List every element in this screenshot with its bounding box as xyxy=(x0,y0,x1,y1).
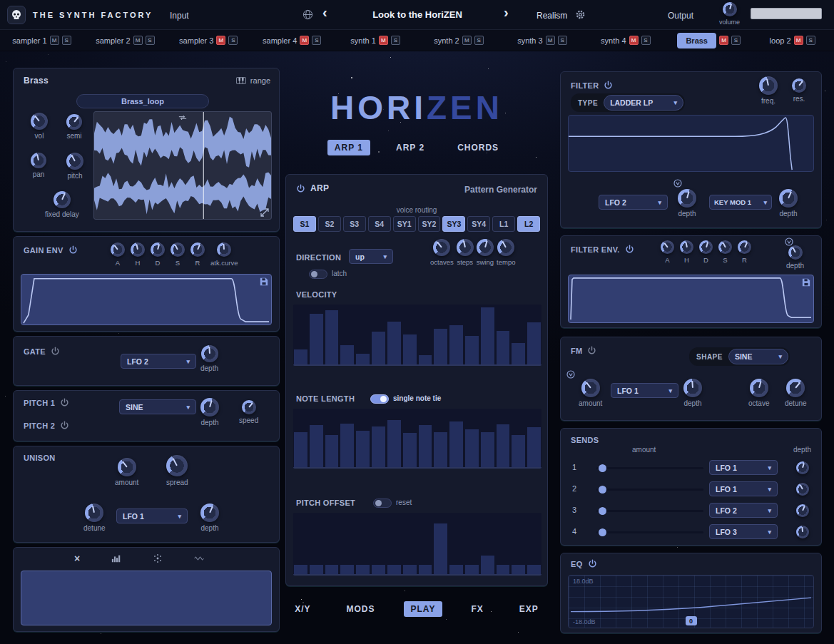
filter-env-display[interactable] xyxy=(568,275,814,323)
view-tab[interactable]: MODS xyxy=(340,601,382,617)
voice-button[interactable]: SY3 xyxy=(442,216,465,232)
gate-power-icon[interactable] xyxy=(51,347,60,356)
send-amount-slider[interactable] xyxy=(596,489,703,491)
page-tab[interactable]: ARP 1 xyxy=(327,140,370,155)
send-depth-knob[interactable] xyxy=(796,483,809,496)
gain-env-knobs[interactable]: AHDSRatk.curve xyxy=(111,242,238,267)
arp-power-icon[interactable] xyxy=(296,184,305,193)
pitch2-power-icon[interactable] xyxy=(60,421,69,430)
send-source-dropdown[interactable]: LFO 1▾ xyxy=(709,460,778,475)
send-amount-slider[interactable] xyxy=(596,531,703,533)
solo-button[interactable]: S xyxy=(62,36,71,45)
filter-env-knob[interactable] xyxy=(699,240,713,254)
gain-env-display[interactable] xyxy=(21,274,272,325)
solo-button[interactable]: S xyxy=(312,36,321,45)
fm-shape-dropdown[interactable]: SINE ▾ xyxy=(728,349,788,364)
gain-env-knob[interactable] xyxy=(151,242,165,257)
mute-button[interactable]: M xyxy=(216,36,225,45)
unison-source-dropdown[interactable]: LFO 1 ▾ xyxy=(116,508,188,523)
single-note-tie-toggle[interactable] xyxy=(370,394,389,404)
send-source-dropdown[interactable]: LFO 3▾ xyxy=(709,524,778,539)
velocity-mod-icon[interactable] xyxy=(566,370,575,379)
arp-knob[interactable] xyxy=(433,239,450,256)
unison-detune-knob[interactable] xyxy=(85,504,103,522)
unison-amount-knob[interactable] xyxy=(118,458,136,476)
gain-env-knob[interactable] xyxy=(171,242,185,257)
preset-next-button[interactable]: › xyxy=(504,4,509,21)
mute-button[interactable]: M xyxy=(629,36,639,45)
view-tab[interactable]: EXP xyxy=(512,601,546,617)
filter-power-icon[interactable] xyxy=(604,81,613,90)
send-slider-thumb[interactable] xyxy=(599,507,606,515)
send-source-dropdown[interactable]: LFO 1▾ xyxy=(709,481,778,496)
pitch-depth-knob[interactable] xyxy=(200,398,219,416)
solo-button[interactable]: S xyxy=(806,36,815,45)
send-slider-thumb[interactable] xyxy=(599,464,606,472)
filter-env-power-icon[interactable] xyxy=(625,245,634,254)
latch-toggle[interactable] xyxy=(309,270,327,279)
pitch-knob[interactable] xyxy=(66,153,83,170)
wave-icon[interactable] xyxy=(194,553,204,563)
voice-button[interactable]: S1 xyxy=(293,216,316,232)
expand-icon[interactable] xyxy=(260,208,269,217)
gain-env-knob[interactable] xyxy=(217,242,231,257)
arp-knob[interactable] xyxy=(477,239,494,256)
send-source-dropdown[interactable]: LFO 2▾ xyxy=(709,503,778,518)
gate-source-dropdown[interactable]: LFO 2 ▾ xyxy=(121,354,196,369)
pitch-shape-dropdown[interactable]: SINE ▾ xyxy=(119,399,196,414)
track-tab[interactable]: synth 2MS xyxy=(417,30,501,51)
filter-mod-depth-knob[interactable] xyxy=(678,189,696,208)
mute-button[interactable]: M xyxy=(50,36,59,45)
solo-button[interactable]: S xyxy=(474,36,484,45)
fm-depth-knob[interactable] xyxy=(683,379,702,397)
mute-button[interactable]: M xyxy=(719,36,728,45)
save-icon[interactable] xyxy=(260,277,268,286)
solo-button[interactable]: S xyxy=(228,36,238,45)
gain-env-knob[interactable] xyxy=(111,242,125,257)
save-icon[interactable] xyxy=(802,278,810,287)
filter-env-depth-knob[interactable] xyxy=(788,245,803,260)
eq-zero-badge[interactable]: 0 xyxy=(686,616,697,625)
send-depth-knob[interactable] xyxy=(796,526,809,538)
track-tab[interactable]: synth 1MS xyxy=(334,30,417,51)
mute-button[interactable]: M xyxy=(379,36,388,45)
filter-env-knobs[interactable]: AHDSR xyxy=(661,240,751,264)
filter-freq-knob[interactable] xyxy=(759,76,778,95)
solo-button[interactable]: S xyxy=(558,36,567,45)
filter-env-knob[interactable] xyxy=(661,240,674,254)
filter-type-dropdown[interactable]: LADDER LP ▾ xyxy=(604,95,683,111)
volume-knob-cell[interactable]: volume xyxy=(719,2,740,26)
velocity-bars[interactable] xyxy=(293,305,541,366)
filter-response-display[interactable] xyxy=(568,115,814,172)
pitch-speed-knob[interactable] xyxy=(242,400,256,414)
filter-env-knob[interactable] xyxy=(680,240,693,254)
view-tab[interactable]: X/Y xyxy=(288,601,317,617)
send-slider-thumb[interactable] xyxy=(599,486,606,494)
mute-button[interactable]: M xyxy=(462,36,472,45)
gear-icon[interactable] xyxy=(575,9,586,20)
voice-button[interactable]: S4 xyxy=(368,216,391,232)
filter-env-knob[interactable] xyxy=(738,240,751,254)
voice-button[interactable]: L1 xyxy=(492,216,515,232)
gate-depth-knob[interactable] xyxy=(201,345,218,362)
globe-icon[interactable] xyxy=(302,9,313,20)
mute-button[interactable]: M xyxy=(546,36,555,45)
voice-button[interactable]: SY1 xyxy=(393,216,416,232)
volume-knob[interactable] xyxy=(723,2,737,16)
solo-button[interactable]: S xyxy=(731,36,741,45)
sample-selector[interactable]: Brass_loop xyxy=(76,94,209,108)
page-tab[interactable]: CHORDS xyxy=(450,140,506,155)
pitch-offset-bars[interactable] xyxy=(293,513,541,576)
reset-toggle[interactable] xyxy=(373,499,392,508)
unison-depth-knob[interactable] xyxy=(200,504,219,522)
send-depth-knob[interactable] xyxy=(796,461,809,474)
fixed-delay-knob[interactable] xyxy=(54,191,71,208)
arp-knob[interactable] xyxy=(457,239,474,256)
fm-power-icon[interactable] xyxy=(587,346,596,355)
solo-button[interactable]: S xyxy=(641,36,651,45)
gain-env-knob[interactable] xyxy=(190,242,205,257)
filter-mod-source-dropdown[interactable]: LFO 2 ▾ xyxy=(599,195,668,210)
track-tab[interactable]: BrassMS xyxy=(667,30,751,51)
fm-source-dropdown[interactable]: LFO 1 ▾ xyxy=(611,383,678,398)
track-tab[interactable]: sampler 2MS xyxy=(83,30,167,51)
